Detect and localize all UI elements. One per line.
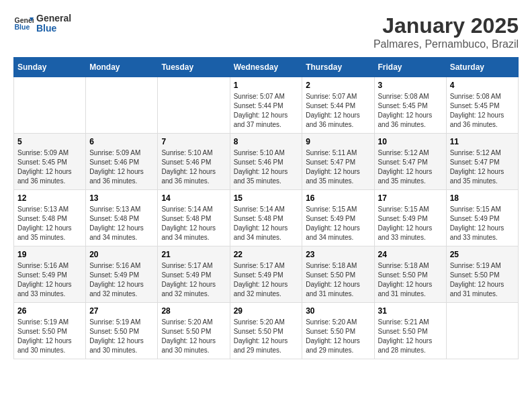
day-info: Sunrise: 5:17 AM Sunset: 5:49 PM Dayligh… (234, 261, 299, 299)
calendar-cell: 23Sunrise: 5:18 AM Sunset: 5:50 PM Dayli… (302, 246, 374, 303)
calendar-cell: 22Sunrise: 5:17 AM Sunset: 5:49 PM Dayli… (230, 246, 302, 303)
calendar-cell: 31Sunrise: 5:21 AM Sunset: 5:50 PM Dayli… (374, 303, 446, 359)
calendar-cell: 5Sunrise: 5:09 AM Sunset: 5:45 PM Daylig… (14, 134, 86, 190)
calendar-week-5: 26Sunrise: 5:19 AM Sunset: 5:50 PM Dayli… (14, 303, 519, 359)
day-number: 9 (306, 137, 370, 146)
calendar-cell: 3Sunrise: 5:08 AM Sunset: 5:45 PM Daylig… (374, 77, 446, 134)
day-number: 12 (17, 193, 82, 203)
day-number: 28 (161, 306, 226, 316)
page-subtitle: Palmares, Pernambuco, Brazil (373, 38, 519, 50)
calendar-cell: 15Sunrise: 5:14 AM Sunset: 5:48 PM Dayli… (230, 190, 302, 246)
page-title: January 2025 (373, 13, 519, 38)
calendar-cell: 16Sunrise: 5:15 AM Sunset: 5:49 PM Dayli… (302, 190, 374, 246)
calendar-cell: 8Sunrise: 5:10 AM Sunset: 5:46 PM Daylig… (230, 134, 302, 190)
calendar-cell (158, 77, 230, 134)
calendar-cell: 11Sunrise: 5:12 AM Sunset: 5:47 PM Dayli… (446, 134, 518, 190)
calendar-cell: 21Sunrise: 5:17 AM Sunset: 5:49 PM Dayli… (158, 246, 230, 303)
weekday-header-monday: Monday (86, 58, 158, 77)
day-number: 10 (378, 137, 443, 146)
day-info: Sunrise: 5:15 AM Sunset: 5:49 PM Dayligh… (306, 205, 370, 242)
calendar-cell: 13Sunrise: 5:13 AM Sunset: 5:48 PM Dayli… (86, 190, 158, 246)
calendar-week-2: 5Sunrise: 5:09 AM Sunset: 5:45 PM Daylig… (14, 134, 519, 190)
day-info: Sunrise: 5:14 AM Sunset: 5:48 PM Dayligh… (234, 205, 299, 242)
day-number: 22 (234, 250, 299, 259)
day-number: 19 (17, 250, 82, 259)
calendar-cell (446, 303, 518, 359)
calendar-cell: 14Sunrise: 5:14 AM Sunset: 5:48 PM Dayli… (158, 190, 230, 246)
calendar-cell: 25Sunrise: 5:19 AM Sunset: 5:50 PM Dayli… (446, 246, 518, 303)
day-number: 11 (450, 137, 515, 146)
day-info: Sunrise: 5:16 AM Sunset: 5:49 PM Dayligh… (89, 261, 154, 299)
day-number: 30 (306, 306, 370, 316)
day-number: 2 (306, 81, 370, 90)
day-number: 20 (89, 250, 154, 259)
day-info: Sunrise: 5:11 AM Sunset: 5:47 PM Dayligh… (306, 148, 370, 186)
day-info: Sunrise: 5:08 AM Sunset: 5:45 PM Dayligh… (378, 92, 443, 130)
weekday-header-wednesday: Wednesday (230, 58, 302, 77)
calendar-cell: 28Sunrise: 5:20 AM Sunset: 5:50 PM Dayli… (158, 303, 230, 359)
day-number: 24 (378, 250, 443, 259)
calendar-week-4: 19Sunrise: 5:16 AM Sunset: 5:49 PM Dayli… (14, 246, 519, 303)
weekday-header-sunday: Sunday (14, 58, 86, 77)
calendar-cell: 4Sunrise: 5:08 AM Sunset: 5:45 PM Daylig… (446, 77, 518, 134)
day-info: Sunrise: 5:20 AM Sunset: 5:50 PM Dayligh… (234, 318, 299, 355)
day-info: Sunrise: 5:20 AM Sunset: 5:50 PM Dayligh… (306, 318, 370, 355)
weekday-header-row: SundayMondayTuesdayWednesdayThursdayFrid… (14, 58, 519, 77)
logo-icon: General Blue (13, 13, 34, 34)
calendar-cell (86, 77, 158, 134)
day-number: 13 (89, 193, 154, 203)
day-info: Sunrise: 5:14 AM Sunset: 5:48 PM Dayligh… (161, 205, 226, 242)
day-number: 6 (89, 137, 154, 146)
day-info: Sunrise: 5:09 AM Sunset: 5:45 PM Dayligh… (17, 148, 82, 186)
day-info: Sunrise: 5:17 AM Sunset: 5:49 PM Dayligh… (161, 261, 226, 299)
day-info: Sunrise: 5:09 AM Sunset: 5:46 PM Dayligh… (89, 148, 154, 186)
calendar-week-1: 1Sunrise: 5:07 AM Sunset: 5:44 PM Daylig… (14, 77, 519, 134)
day-number: 26 (17, 306, 82, 316)
weekday-header-saturday: Saturday (446, 58, 518, 77)
day-info: Sunrise: 5:12 AM Sunset: 5:47 PM Dayligh… (378, 148, 443, 186)
day-number: 3 (378, 81, 443, 90)
day-info: Sunrise: 5:10 AM Sunset: 5:46 PM Dayligh… (234, 148, 299, 186)
logo-line1: General (36, 13, 71, 24)
day-number: 18 (450, 193, 515, 203)
calendar-cell: 27Sunrise: 5:19 AM Sunset: 5:50 PM Dayli… (86, 303, 158, 359)
calendar-cell: 26Sunrise: 5:19 AM Sunset: 5:50 PM Dayli… (14, 303, 86, 359)
day-number: 8 (234, 137, 299, 146)
day-info: Sunrise: 5:19 AM Sunset: 5:50 PM Dayligh… (17, 318, 82, 355)
day-number: 27 (89, 306, 154, 316)
day-number: 17 (378, 193, 443, 203)
day-info: Sunrise: 5:19 AM Sunset: 5:50 PM Dayligh… (450, 261, 515, 299)
day-number: 21 (161, 250, 226, 259)
calendar-cell: 17Sunrise: 5:15 AM Sunset: 5:49 PM Dayli… (374, 190, 446, 246)
day-info: Sunrise: 5:18 AM Sunset: 5:50 PM Dayligh… (378, 261, 443, 299)
logo: General Blue General Blue (13, 13, 71, 34)
calendar-cell: 30Sunrise: 5:20 AM Sunset: 5:50 PM Dayli… (302, 303, 374, 359)
calendar-cell: 19Sunrise: 5:16 AM Sunset: 5:49 PM Dayli… (14, 246, 86, 303)
day-info: Sunrise: 5:08 AM Sunset: 5:45 PM Dayligh… (450, 92, 515, 130)
calendar-cell: 9Sunrise: 5:11 AM Sunset: 5:47 PM Daylig… (302, 134, 374, 190)
day-number: 15 (234, 193, 299, 203)
day-number: 31 (378, 306, 443, 316)
day-info: Sunrise: 5:13 AM Sunset: 5:48 PM Dayligh… (89, 205, 154, 242)
day-number: 4 (450, 81, 515, 90)
day-info: Sunrise: 5:12 AM Sunset: 5:47 PM Dayligh… (450, 148, 515, 186)
day-number: 5 (17, 137, 82, 146)
weekday-header-thursday: Thursday (302, 58, 374, 77)
day-number: 7 (161, 137, 226, 146)
calendar-cell: 20Sunrise: 5:16 AM Sunset: 5:49 PM Dayli… (86, 246, 158, 303)
calendar-week-3: 12Sunrise: 5:13 AM Sunset: 5:48 PM Dayli… (14, 190, 519, 246)
calendar-cell: 18Sunrise: 5:15 AM Sunset: 5:49 PM Dayli… (446, 190, 518, 246)
day-info: Sunrise: 5:20 AM Sunset: 5:50 PM Dayligh… (161, 318, 226, 355)
calendar-cell: 29Sunrise: 5:20 AM Sunset: 5:50 PM Dayli… (230, 303, 302, 359)
day-number: 14 (161, 193, 226, 203)
day-info: Sunrise: 5:15 AM Sunset: 5:49 PM Dayligh… (378, 205, 443, 242)
header: General Blue General Blue January 2025 P… (13, 13, 519, 50)
title-section: January 2025 Palmares, Pernambuco, Brazi… (373, 13, 519, 50)
day-info: Sunrise: 5:13 AM Sunset: 5:48 PM Dayligh… (17, 205, 82, 242)
day-number: 25 (450, 250, 515, 259)
day-number: 23 (306, 250, 370, 259)
day-info: Sunrise: 5:18 AM Sunset: 5:50 PM Dayligh… (306, 261, 370, 299)
day-info: Sunrise: 5:07 AM Sunset: 5:44 PM Dayligh… (306, 92, 370, 130)
calendar-cell: 10Sunrise: 5:12 AM Sunset: 5:47 PM Dayli… (374, 134, 446, 190)
logo-line2: Blue (36, 24, 71, 34)
